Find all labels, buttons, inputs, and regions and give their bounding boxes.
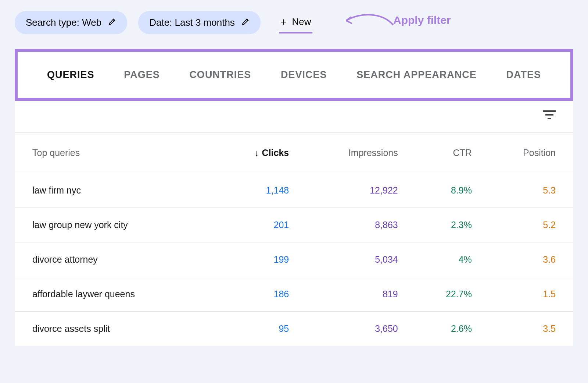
cell-query: affordable laywer queens [15, 277, 220, 312]
table-row[interactable]: divorce assets split953,6502.6%3.5 [15, 312, 573, 346]
cell-position: 5.2 [490, 208, 573, 242]
cell-query: law group new york city [15, 208, 220, 242]
cell-ctr: 8.9% [416, 173, 490, 208]
new-filter-label: New [292, 16, 311, 28]
cell-impressions: 8,863 [306, 208, 415, 242]
table-row[interactable]: divorce attorney1995,0344%3.6 [15, 242, 573, 277]
tab-queries[interactable]: QUERIES [47, 69, 94, 81]
cell-clicks: 95 [220, 312, 306, 346]
cell-clicks: 199 [220, 242, 306, 277]
cell-impressions: 819 [306, 277, 415, 312]
annotation-text: Apply filter [393, 14, 451, 26]
cell-query: divorce attorney [15, 242, 220, 277]
cell-clicks: 1,148 [220, 173, 306, 208]
tab-pages[interactable]: PAGES [124, 69, 160, 81]
cell-clicks: 201 [220, 208, 306, 242]
table-row[interactable]: law group new york city2018,8632.3%5.2 [15, 208, 573, 242]
cell-query: law firm nyc [15, 173, 220, 208]
cell-position: 5.3 [490, 173, 573, 208]
new-filter-button[interactable]: + New [279, 12, 313, 33]
cell-position: 3.6 [490, 242, 573, 277]
col-ctr[interactable]: CTR [416, 133, 490, 173]
cell-ctr: 2.6% [416, 312, 490, 346]
queries-table: Top queries ↓Clicks Impressions CTR Posi… [15, 133, 573, 346]
date-chip-label: Date: Last 3 months [149, 17, 235, 28]
cell-clicks: 186 [220, 277, 306, 312]
plus-icon: + [280, 16, 287, 28]
annotation-arrow [342, 10, 397, 29]
table-row[interactable]: law firm nyc1,14812,9228.9%5.3 [15, 173, 573, 208]
table-row[interactable]: affordable laywer queens18681922.7%1.5 [15, 277, 573, 312]
cell-ctr: 22.7% [416, 277, 490, 312]
col-clicks[interactable]: ↓Clicks [220, 133, 306, 173]
cell-position: 1.5 [490, 277, 573, 312]
panel-toolbar [15, 101, 573, 133]
tab-bar-highlight: QUERIES PAGES COUNTRIES DEVICES SEARCH A… [15, 49, 573, 101]
cell-position: 3.5 [490, 312, 573, 346]
search-type-chip[interactable]: Search type: Web [15, 11, 127, 34]
table-header-row: Top queries ↓Clicks Impressions CTR Posi… [15, 133, 573, 173]
cell-impressions: 3,650 [306, 312, 415, 346]
tab-bar: QUERIES PAGES COUNTRIES DEVICES SEARCH A… [18, 52, 570, 98]
col-query[interactable]: Top queries [15, 133, 220, 173]
col-position[interactable]: Position [490, 133, 573, 173]
col-impressions[interactable]: Impressions [306, 133, 415, 173]
queries-panel: Top queries ↓Clicks Impressions CTR Posi… [15, 101, 573, 346]
cell-impressions: 12,922 [306, 173, 415, 208]
cell-query: divorce assets split [15, 312, 220, 346]
filter-icon[interactable] [543, 110, 556, 121]
tab-dates[interactable]: DATES [506, 69, 541, 81]
pencil-icon [108, 18, 116, 28]
date-chip[interactable]: Date: Last 3 months [138, 11, 261, 34]
pencil-icon [241, 18, 250, 28]
tab-search-appearance[interactable]: SEARCH APPEARANCE [356, 69, 477, 81]
cell-impressions: 5,034 [306, 242, 415, 277]
sort-desc-icon: ↓ [255, 148, 259, 158]
search-type-chip-label: Search type: Web [26, 17, 101, 28]
tab-countries[interactable]: COUNTRIES [189, 69, 251, 81]
filter-bar: Search type: Web Date: Last 3 months + N… [15, 11, 573, 34]
cell-ctr: 4% [416, 242, 490, 277]
tab-devices[interactable]: DEVICES [281, 69, 327, 81]
col-clicks-label: Clicks [262, 148, 289, 158]
cell-ctr: 2.3% [416, 208, 490, 242]
